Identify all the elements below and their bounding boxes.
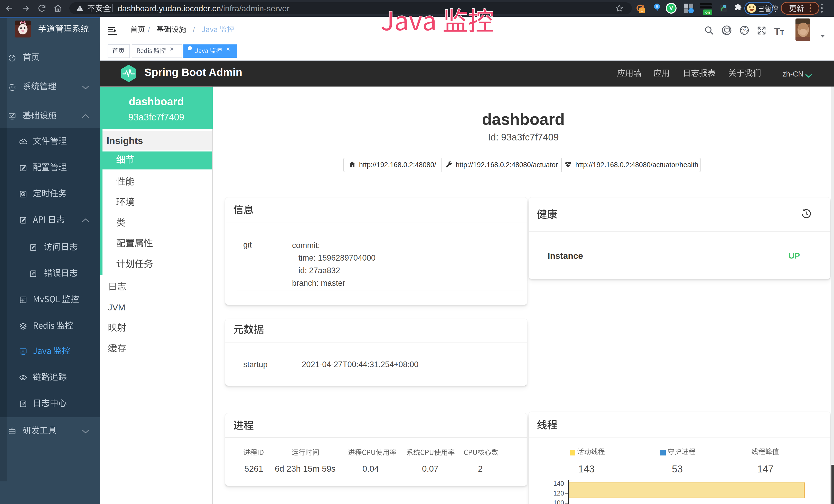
svg-text:?: ? [743, 28, 746, 33]
